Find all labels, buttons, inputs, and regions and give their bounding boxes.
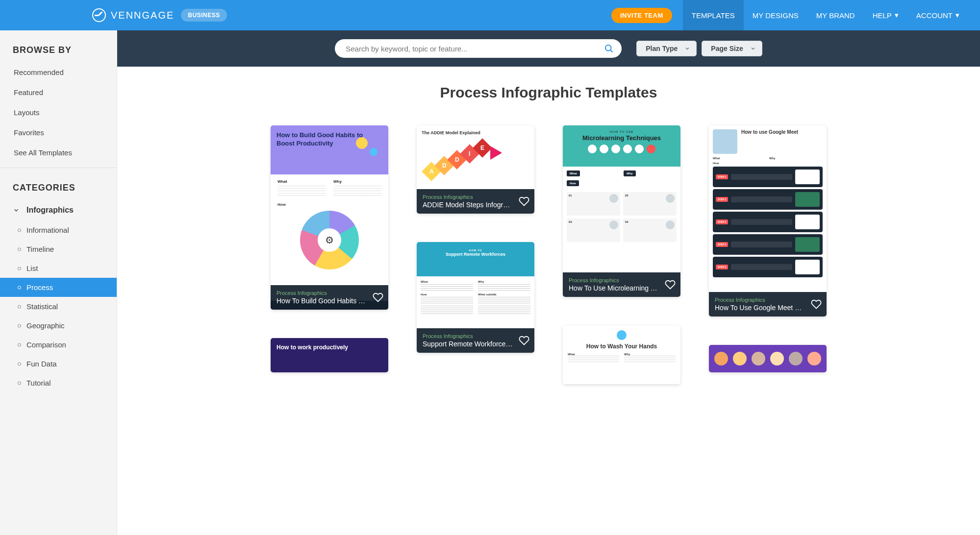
- chevron-down-icon: [13, 207, 20, 214]
- heart-icon: [665, 279, 676, 290]
- heart-icon: [811, 299, 822, 310]
- template-card[interactable]: How to Wash Your Hands WhatWhy: [563, 325, 680, 384]
- chevron-down-icon: [684, 46, 690, 51]
- favorite-button[interactable]: [519, 335, 529, 346]
- sidebar: BROWSE BY Recommended Featured Layouts F…: [0, 30, 117, 535]
- template-card[interactable]: BUSINESS The ADDIE Model Explained ADDIE…: [417, 125, 534, 214]
- brand-logo[interactable]: VENNGAGE: [92, 8, 174, 22]
- search-input[interactable]: [335, 39, 622, 58]
- template-card[interactable]: How to Build Good Habits to Boost Produc…: [271, 125, 388, 310]
- subcategory-statistical[interactable]: Statistical: [0, 297, 117, 316]
- favorite-button[interactable]: [519, 196, 529, 207]
- category-infographics[interactable]: Infographics: [0, 200, 117, 220]
- nav-my-brand[interactable]: MY BRAND: [807, 0, 864, 30]
- heart-icon: [519, 196, 529, 207]
- primary-nav: TEMPLATES MY DESIGNS MY BRAND HELP▾ ACCO…: [683, 0, 968, 30]
- card-category: Process Infographics: [423, 194, 513, 200]
- template-thumbnail: How to Build Good Habits to Boost Produc…: [271, 125, 388, 310]
- template-card[interactable]: [709, 345, 827, 372]
- subcategory-timeline[interactable]: Timeline: [0, 240, 117, 259]
- page-title: Process Infographic Templates: [117, 67, 980, 116]
- template-grid: How to Build Good Habits to Boost Produc…: [117, 116, 980, 404]
- template-card[interactable]: HOW TOSupport Remote Workforces What Why…: [417, 242, 534, 353]
- card-title: Support Remote Workforces Micro...: [423, 340, 513, 348]
- plan-badge[interactable]: BUSINESS: [181, 9, 226, 22]
- subcategory-process[interactable]: Process: [0, 278, 117, 297]
- brand-name: VENNGAGE: [111, 10, 174, 21]
- card-overlay: Process Infographics ADDIE Model Steps I…: [417, 189, 534, 214]
- subcategory-tutorial[interactable]: Tutorial: [0, 373, 117, 392]
- heart-icon: [519, 335, 529, 346]
- subcategory-informational[interactable]: Informational: [0, 220, 117, 240]
- card-overlay: Process Infographics How To Use Microlea…: [563, 272, 680, 297]
- nav-account[interactable]: ACCOUNT▾: [907, 0, 968, 30]
- search-icon[interactable]: [604, 44, 614, 53]
- card-overlay: Process Infographics How To Use Google M…: [709, 292, 827, 316]
- card-category: Process Infographics: [276, 290, 367, 296]
- card-category: Process Infographics: [423, 333, 513, 339]
- heart-icon: [373, 292, 383, 303]
- search-wrap: [335, 39, 622, 58]
- subcategory-geographic[interactable]: Geographic: [0, 316, 117, 335]
- subcategory-list[interactable]: List: [0, 259, 117, 278]
- svg-point-0: [605, 45, 611, 51]
- filter-bar: Plan Type Page Size: [117, 30, 980, 67]
- filter-plan-type[interactable]: Plan Type: [636, 41, 697, 56]
- template-thumbnail: HOW TO USEMicrolearning Techniques WhatW…: [563, 125, 680, 297]
- template-card[interactable]: HOW TO USEMicrolearning Techniques WhatW…: [563, 125, 680, 297]
- card-title: How To Use Google Meet Process I...: [715, 304, 805, 312]
- template-thumbnail: [709, 345, 827, 372]
- card-title: ADDIE Model Steps Infographic: [423, 201, 513, 209]
- card-title: How To Build Good Habits Process...: [276, 297, 367, 305]
- favorite-button[interactable]: [665, 279, 676, 290]
- sidebar-item-featured[interactable]: Featured: [0, 82, 117, 102]
- favorite-button[interactable]: [373, 292, 383, 303]
- sidebar-item-recommended[interactable]: Recommended: [0, 62, 117, 82]
- caret-down-icon: ▾: [895, 11, 899, 20]
- template-thumbnail: How to Wash Your Hands WhatWhy: [563, 325, 680, 384]
- subcategory-fun-data[interactable]: Fun Data: [0, 354, 117, 373]
- nav-my-designs[interactable]: MY DESIGNS: [744, 0, 807, 30]
- sidebar-item-favorites[interactable]: Favorites: [0, 122, 117, 143]
- nav-templates[interactable]: TEMPLATES: [683, 0, 744, 30]
- card-title: How To Use Microlearning Techniq...: [569, 284, 659, 292]
- svg-line-1: [611, 50, 613, 52]
- filter-page-size[interactable]: Page Size: [702, 41, 762, 56]
- categories-heading: CATEGORIES: [0, 168, 117, 200]
- main-content: Plan Type Page Size Process Infographic …: [117, 30, 980, 535]
- template-thumbnail: How to work productively: [271, 338, 388, 372]
- browse-by-heading: BROWSE BY: [0, 30, 117, 62]
- template-card[interactable]: PREMIUM How to use Google Meet WhatWhy H…: [709, 125, 827, 316]
- card-overlay: Process Infographics How To Build Good H…: [271, 285, 388, 310]
- card-category: Process Infographics: [715, 297, 805, 303]
- clock-icon: [92, 8, 106, 22]
- favorite-button[interactable]: [811, 299, 822, 310]
- subcategory-comparison[interactable]: Comparison: [0, 335, 117, 354]
- sidebar-item-layouts[interactable]: Layouts: [0, 102, 117, 122]
- card-overlay: Process Infographics Support Remote Work…: [417, 328, 534, 353]
- card-category: Process Infographics: [569, 277, 659, 283]
- sidebar-item-see-all[interactable]: See All Templates: [0, 143, 117, 163]
- template-thumbnail: How to use Google Meet WhatWhy How STEP …: [709, 125, 827, 316]
- caret-down-icon: ▾: [955, 11, 959, 20]
- nav-help[interactable]: HELP▾: [864, 0, 907, 30]
- invite-team-button[interactable]: INVITE TEAM: [611, 8, 672, 23]
- template-card[interactable]: PREMIUM How to work productively: [271, 338, 388, 372]
- top-navbar: VENNGAGE BUSINESS INVITE TEAM TEMPLATES …: [0, 0, 980, 30]
- chevron-down-icon: [750, 46, 756, 51]
